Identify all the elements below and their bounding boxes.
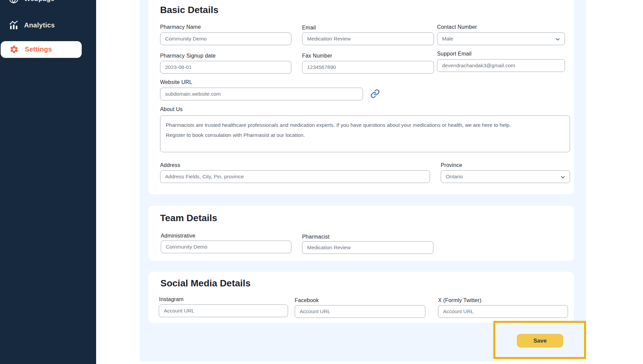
chevron-down-icon — [560, 174, 566, 181]
fax-number-input[interactable] — [302, 61, 434, 74]
link-icon[interactable] — [370, 89, 380, 98]
sidebar-item-label: Analytics — [24, 21, 55, 29]
settings-page: Webpage Analytics — [0, 0, 643, 364]
website-url-input[interactable] — [160, 88, 363, 100]
email-label: Email — [302, 25, 316, 31]
administrative-label: Administrative — [161, 233, 195, 239]
administrative-input[interactable] — [161, 241, 291, 253]
pharmacy-name-label: Pharmacy Name — [160, 24, 201, 30]
pharmacy-name-input[interactable] — [160, 32, 291, 45]
basic-details-title: Basic Details — [160, 5, 218, 15]
sidebar-item-webpage[interactable]: Webpage — [0, 0, 96, 8]
sidebar-item-label: Webpage — [24, 0, 55, 3]
analytics-icon — [8, 20, 19, 30]
signup-date-label: Pharmacy Signup date — [160, 53, 216, 59]
facebook-input[interactable] — [295, 305, 425, 318]
gear-icon — [9, 45, 19, 54]
address-label: Address — [160, 162, 180, 168]
contact-number-select[interactable]: Male — [437, 32, 565, 45]
signup-date-input[interactable] — [160, 61, 291, 74]
save-button[interactable]: Save — [517, 334, 563, 348]
facebook-label: Facebook — [295, 297, 319, 303]
team-details-title: Team Details — [160, 213, 217, 223]
instagram-input[interactable] — [159, 304, 288, 317]
address-input[interactable] — [160, 170, 430, 183]
about-us-label: About Us — [160, 106, 183, 112]
pharmacist-input[interactable] — [302, 241, 433, 254]
fax-number-label: Fax Number — [302, 53, 332, 59]
instagram-label: Instagram — [159, 296, 184, 302]
globe-icon — [8, 0, 19, 4]
sidebar: Webpage Analytics — [0, 0, 96, 364]
sidebar-item-settings-active[interactable]: Settings — [1, 41, 82, 58]
email-input[interactable] — [302, 32, 434, 45]
province-value: Ontario — [446, 174, 463, 180]
chevron-down-icon — [555, 36, 561, 43]
support-email-input[interactable] — [437, 59, 565, 72]
x-twitter-label: X (Formly Twitter) — [438, 297, 482, 303]
sidebar-item-label: Settings — [25, 46, 52, 53]
about-us-textarea[interactable]: Pharmacists are trusted healthcare profe… — [160, 115, 570, 152]
sidebar-item-analytics[interactable]: Analytics — [0, 16, 96, 34]
contact-number-value: Male — [442, 36, 453, 42]
website-url-label: Website URL — [160, 79, 192, 85]
social-media-title: Social Media Details — [160, 278, 251, 289]
support-email-label: Support Email — [437, 51, 472, 57]
x-twitter-input[interactable] — [438, 305, 568, 318]
province-select[interactable]: Ontario — [441, 170, 570, 183]
contact-number-label: Contact Number — [437, 24, 477, 30]
pharmacist-label: Pharmacist — [302, 234, 330, 240]
province-label: Province — [441, 162, 462, 168]
